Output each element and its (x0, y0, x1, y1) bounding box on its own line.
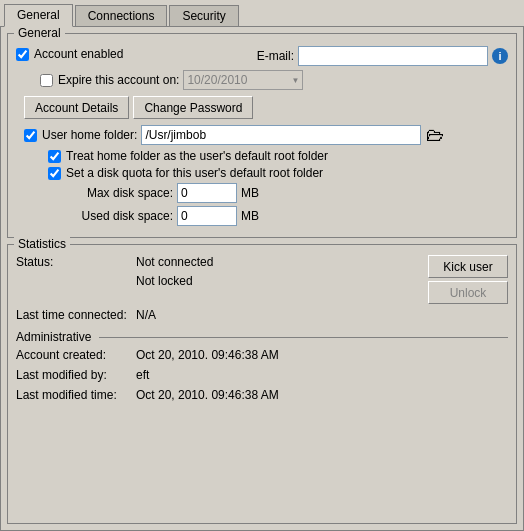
treat-home-row: Treat home folder as the user's default … (16, 149, 508, 163)
window: General Connections Security General Acc… (0, 0, 524, 531)
treat-home-label: Treat home folder as the user's default … (66, 149, 328, 163)
account-created-label: Account created: (16, 348, 136, 362)
set-disk-row: Set a disk quota for this user's default… (16, 166, 508, 180)
home-folder-input[interactable] (141, 125, 421, 145)
account-enabled-row: Account enabled (16, 47, 123, 61)
max-disk-unit: MB (241, 186, 259, 200)
email-row: E-mail: i (257, 46, 508, 66)
general-group-legend: General (14, 26, 65, 40)
status-row: Status: Not connected (16, 255, 428, 271)
account-enabled-checkbox[interactable] (16, 48, 29, 61)
change-password-button[interactable]: Change Password (133, 96, 253, 119)
status-left: Status: Not connected Not locked (16, 255, 428, 293)
last-modified-time-value: Oct 20, 2010. 09:46:38 AM (136, 388, 508, 402)
status-value2: Not locked (136, 274, 428, 288)
general-group-inner: Account enabled E-mail: i Expire this ac… (16, 38, 508, 226)
tab-connections[interactable]: Connections (75, 5, 168, 26)
kick-unlock-col: Kick user Unlock (428, 255, 508, 304)
last-connected-row: Last time connected: N/A (16, 308, 508, 324)
home-folder-label: User home folder: (42, 128, 137, 142)
set-disk-label: Set a disk quota for this user's default… (66, 166, 323, 180)
last-connected-label: Last time connected: (16, 308, 136, 322)
expire-date-input (183, 70, 303, 90)
max-disk-row: Max disk space: MB (16, 183, 508, 203)
tab-security[interactable]: Security (169, 5, 238, 26)
tab-general[interactable]: General (4, 4, 73, 27)
home-folder-checkbox[interactable] (24, 129, 37, 142)
max-disk-input[interactable] (177, 183, 237, 203)
expire-select-wrapper: ▼ (179, 70, 303, 90)
used-disk-input[interactable] (177, 206, 237, 226)
treat-home-checkbox[interactable] (48, 150, 61, 163)
last-modified-time-row: Last modified time: Oct 20, 2010. 09:46:… (16, 388, 508, 404)
email-label: E-mail: (257, 49, 294, 63)
expire-checkbox[interactable] (40, 74, 53, 87)
max-disk-label: Max disk space: (68, 186, 173, 200)
email-input[interactable] (298, 46, 488, 66)
info-icon-label: i (498, 50, 501, 62)
statistics-group: Statistics Status: Not connected Not loc… (7, 244, 517, 524)
tab-bar: General Connections Security (0, 0, 524, 26)
account-created-value: Oct 20, 2010. 09:46:38 AM (136, 348, 508, 362)
statistics-group-legend: Statistics (14, 237, 70, 251)
locked-row: Not locked (16, 274, 428, 290)
set-disk-checkbox[interactable] (48, 167, 61, 180)
tab-security-label: Security (182, 9, 225, 23)
status-value1: Not connected (136, 255, 428, 269)
buttons-row: Account Details Change Password (16, 96, 508, 119)
last-modified-by-value: eft (136, 368, 508, 382)
tab-general-label: General (17, 8, 60, 22)
kick-user-button[interactable]: Kick user (428, 255, 508, 278)
last-modified-by-row: Last modified by: eft (16, 368, 508, 384)
stats-content: Status: Not connected Not locked Kick us… (16, 249, 508, 404)
expire-row: Expire this account on: ▼ (16, 70, 508, 90)
account-details-button[interactable]: Account Details (24, 96, 129, 119)
tab-connections-label: Connections (88, 9, 155, 23)
last-modified-by-label: Last modified by: (16, 368, 136, 382)
unlock-button[interactable]: Unlock (428, 281, 508, 304)
used-disk-row: Used disk space: MB (16, 206, 508, 226)
admin-line (99, 337, 508, 338)
expire-label: Expire this account on: (58, 73, 179, 87)
last-connected-value: N/A (136, 308, 508, 322)
status-label: Status: (16, 255, 136, 269)
folder-icon[interactable]: 🗁 (425, 126, 445, 144)
info-icon[interactable]: i (492, 48, 508, 64)
admin-separator-label: Administrative (16, 330, 91, 344)
last-modified-time-label: Last modified time: (16, 388, 136, 402)
status-section: Status: Not connected Not locked Kick us… (16, 255, 508, 304)
admin-separator: Administrative (16, 330, 508, 344)
used-disk-unit: MB (241, 209, 259, 223)
general-group: General Account enabled E-mail: i (7, 33, 517, 238)
folder-icon-glyph: 🗁 (426, 125, 444, 146)
content-area: General Account enabled E-mail: i (0, 26, 524, 531)
used-disk-label: Used disk space: (68, 209, 173, 223)
account-created-row: Account created: Oct 20, 2010. 09:46:38 … (16, 348, 508, 364)
account-enabled-label: Account enabled (34, 47, 123, 61)
home-folder-row: User home folder: 🗁 (16, 125, 508, 145)
